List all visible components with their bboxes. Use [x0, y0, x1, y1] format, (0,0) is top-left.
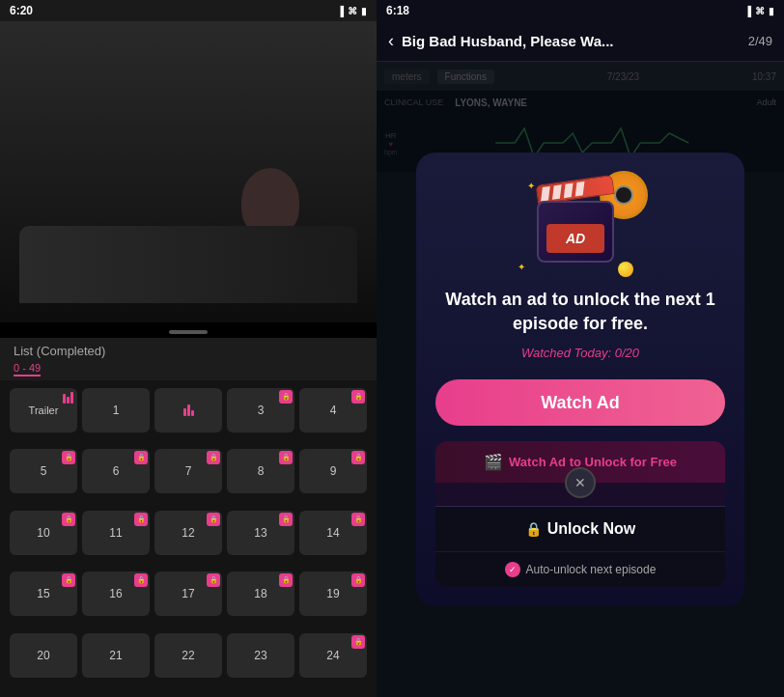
episode-cell-5[interactable]: 5 🔒: [10, 449, 77, 493]
episode-cell-19[interactable]: 19 🔒: [299, 572, 367, 616]
ep-badge-9: 🔒: [351, 451, 365, 464]
bar-c1: [183, 408, 186, 416]
episode-cell-8[interactable]: 8 🔒: [227, 449, 294, 493]
badge-icon-3: 🔒: [282, 393, 291, 401]
ep-badge-14: 🔒: [351, 513, 365, 526]
episode-cell-12[interactable]: 12 🔒: [154, 511, 222, 555]
auto-unlock-row[interactable]: ✓ Auto-unlock next episode: [435, 551, 725, 587]
episode-cell-22[interactable]: 22: [154, 633, 222, 678]
modal-main-text: Watch an ad to unlock the next 1 episode…: [435, 288, 725, 336]
episode-cell-7[interactable]: 7 🔒: [154, 449, 222, 493]
bar-c2: [187, 404, 190, 416]
episode-cell-11[interactable]: 11 🔒: [82, 511, 150, 555]
ep-badge-3: 🔒: [279, 390, 293, 404]
modal-icon-area: ✦ • ✦: [522, 176, 638, 272]
clap-stripes: [537, 176, 614, 204]
clap-body: AD: [537, 201, 614, 263]
episode-label-22: 22: [182, 649, 194, 662]
stripe-4: [575, 181, 585, 196]
episode-range: 0 - 49: [14, 362, 41, 376]
badge-lock-24: 🔒: [354, 638, 363, 646]
badge-icon-4: 🔒: [354, 393, 363, 401]
episode-cell-24[interactable]: 24 🔒: [299, 633, 367, 678]
episode-label-10: 10: [37, 526, 49, 540]
ep-badge-8: 🔒: [279, 451, 293, 464]
episode-cell-17[interactable]: 17 🔒: [154, 572, 222, 616]
series-title: Big Bad Husband, Please Wa...: [402, 33, 748, 49]
watch-ad-button[interactable]: Watch Ad: [435, 379, 725, 426]
bar3: [70, 392, 73, 404]
badge-lock-7: 🔒: [210, 454, 218, 461]
modal-overlay: ✦ • ✦: [377, 62, 784, 697]
episode-label-18: 18: [254, 587, 266, 600]
episode-cell-10[interactable]: 10 🔒: [10, 511, 77, 555]
background-content: meters Functions 7/23/23 10:37 CLINICAL …: [377, 62, 784, 697]
episode-cell-20[interactable]: 20: [10, 633, 77, 678]
drag-handle[interactable]: [169, 330, 208, 334]
episode-cell-18[interactable]: 18 🔒: [227, 572, 294, 616]
unlock-modal: ✦ • ✦: [416, 153, 744, 606]
right-panel: 6:18 ▐ ⌘ ▮ ‹ Big Bad Husband, Please Wa.…: [377, 0, 784, 697]
auto-unlock-check: ✓: [505, 562, 520, 577]
episode-label-19: 19: [326, 587, 339, 600]
badge-lock-8: 🔒: [282, 454, 291, 461]
episode-cell-3[interactable]: 3 🔒: [227, 388, 294, 432]
left-status-icons: ▐ ⌘ ▮: [337, 6, 367, 16]
close-button[interactable]: ✕: [565, 467, 596, 498]
episode-cell-23[interactable]: 23: [227, 633, 294, 678]
lock-icon: 🔒: [525, 521, 542, 537]
watch-ad-free-text: Watch Ad to Unlock for Free: [509, 455, 677, 469]
play-indicator: [63, 392, 73, 404]
ep-badge-24: 🔒: [351, 635, 365, 649]
unlock-now-row[interactable]: 🔒 Unlock Now: [435, 506, 725, 551]
right-battery-icon: ▮: [769, 6, 774, 16]
badge-lock-9: 🔒: [354, 454, 363, 461]
badge-lock-19: 🔒: [354, 576, 363, 584]
ep-badge-19: 🔒: [351, 573, 365, 587]
episode-cell-1[interactable]: 1: [82, 388, 150, 432]
badge-lock-18: 🔒: [282, 576, 291, 584]
episode-label-21: 21: [109, 649, 122, 662]
left-panel: 6:20 ▐ ⌘ ▮ List (Completed) 0 - 49 Trail…: [0, 0, 377, 697]
episode-label-4: 4: [330, 404, 337, 417]
badge-lock-14: 🔒: [354, 516, 363, 523]
ep-badge-5: 🔒: [62, 451, 75, 464]
ep-badge-13: 🔒: [279, 513, 293, 526]
episode-cell-21[interactable]: 21: [82, 633, 150, 678]
stripe-3: [564, 182, 574, 197]
episode-cell-6[interactable]: 6 🔒: [82, 449, 150, 493]
ep-badge-17: 🔒: [207, 573, 220, 587]
episode-cell-15[interactable]: 15 🔒: [10, 572, 77, 616]
ep-badge-15: 🔒: [62, 573, 75, 587]
episode-label-8: 8: [258, 464, 265, 478]
right-header: ‹ Big Bad Husband, Please Wa... 2/49: [377, 21, 784, 62]
video-bg: [0, 21, 377, 322]
episode-label-11: 11: [109, 526, 122, 540]
episode-cell-9[interactable]: 9 🔒: [299, 449, 367, 493]
episode-cell-current[interactable]: [154, 388, 222, 432]
episode-label-23: 23: [254, 649, 266, 662]
episode-trailer-cell[interactable]: Trailer: [10, 388, 77, 432]
watch-ad-free-row[interactable]: 🎬 Watch Ad to Unlock for Free ✕: [435, 441, 725, 483]
episode-cell-14[interactable]: 14 🔒: [299, 511, 367, 555]
eq-bars-current: [183, 404, 194, 416]
episode-label-12: 12: [182, 526, 194, 540]
episode-cell-4[interactable]: 4 🔒: [299, 388, 367, 432]
battery-icon: ▮: [361, 6, 367, 16]
eq-bars: [63, 392, 73, 404]
bar-c3: [191, 410, 194, 416]
episode-cell-16[interactable]: 16 🔒: [82, 572, 150, 616]
episode-list-title: List (Completed): [14, 344, 363, 358]
ep-badge-18: 🔒: [279, 573, 293, 587]
ad-badge: AD: [546, 224, 604, 253]
episode-count: 2/49: [748, 34, 772, 48]
video-area: [0, 21, 377, 322]
ep-badge-12: 🔒: [207, 513, 220, 526]
left-time: 6:20: [10, 4, 33, 17]
back-button[interactable]: ‹: [388, 31, 394, 51]
episode-trailer-label: Trailer: [29, 404, 59, 416]
film-icon: 🎬: [484, 453, 503, 471]
episode-cell-13[interactable]: 13 🔒: [227, 511, 294, 555]
watched-today-label: Watched Today:: [521, 346, 615, 360]
check-icon: ✓: [509, 565, 517, 574]
